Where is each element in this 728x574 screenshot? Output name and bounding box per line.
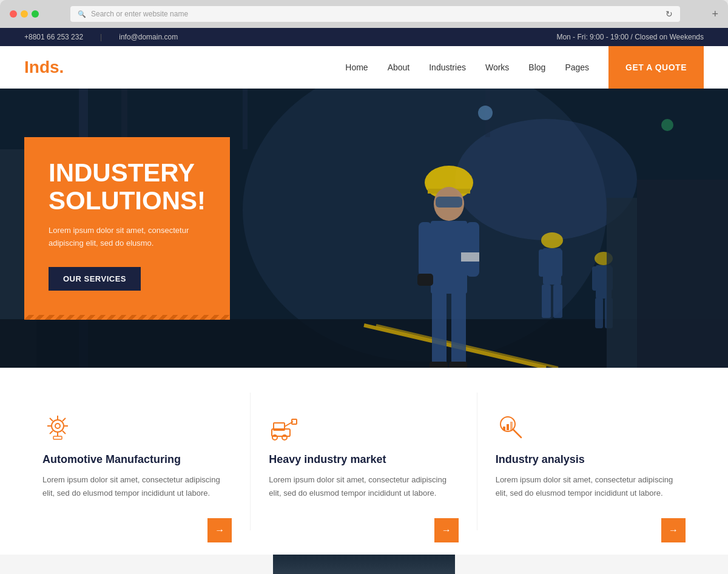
svg-line-64: [513, 430, 521, 437]
svg-line-51: [50, 418, 53, 421]
svg-rect-66: [507, 424, 509, 430]
window-controls: [10, 10, 39, 18]
svg-rect-55: [53, 436, 62, 439]
service-desc-industry-analysis: Lorem ipsum dolor sit amet, consectetur …: [496, 473, 686, 500]
nav-item-works[interactable]: Works: [485, 62, 509, 73]
nav-link-works[interactable]: Works: [485, 62, 509, 72]
svg-point-46: [55, 424, 60, 428]
svg-line-54: [50, 431, 53, 434]
nav-link-about[interactable]: About: [388, 62, 410, 72]
bottom-preview: [0, 555, 728, 574]
service-title-automotive: Automotive Manufacturing: [42, 453, 232, 466]
our-services-button[interactable]: Our Services: [49, 267, 141, 291]
top-bar: +8801 66 253 232 | info@domain.com Mon -…: [0, 28, 728, 46]
service-title-industry-analysis: Industry analysis: [496, 453, 686, 466]
service-arrow-automotive[interactable]: →: [207, 518, 232, 542]
service-arrow-industry-analysis[interactable]: →: [661, 518, 686, 542]
service-desc-heavy-industry: Lorem ipsum dolor sit amet, consectetur …: [269, 473, 458, 500]
business-hours: Mon - Fri: 9:00 - 19:00 / Closed on Week…: [556, 33, 704, 41]
hero-box: INDUSTERY SOLUTIONS! Lorem ipsum dolor s…: [24, 137, 230, 315]
address-bar-text: Search or enter website name: [91, 10, 188, 18]
svg-point-45: [52, 420, 64, 432]
nav-links: Home About Industries Works Blog Pages: [345, 62, 589, 73]
site-logo[interactable]: Inds.: [24, 58, 64, 77]
divider: |: [100, 33, 102, 41]
preview-image: [273, 555, 455, 574]
svg-line-52: [62, 431, 66, 434]
nav-link-blog[interactable]: Blog: [528, 62, 545, 72]
nav-item-home[interactable]: Home: [345, 62, 368, 73]
service-item-industry-analysis: Industry analysis Lorem ipsum dolor sit …: [477, 393, 704, 530]
maximize-window-button[interactable]: [32, 10, 39, 18]
hero-title: INDUSTERY SOLUTIONS!: [49, 159, 206, 215]
search-icon: 🔍: [78, 10, 86, 18]
address-bar[interactable]: 🔍 Search or enter website name ↻: [70, 6, 680, 22]
nav-item-pages[interactable]: Pages: [565, 62, 589, 73]
nav-link-industries[interactable]: Industries: [429, 62, 466, 72]
browser-window: 🔍 Search or enter website name ↻ + +8801…: [0, 0, 728, 574]
automotive-icon: [42, 411, 73, 441]
industry-analysis-icon: [496, 411, 526, 441]
services-section: Automotive Manufacturing Lorem ipsum dol…: [0, 368, 728, 555]
browser-titlebar: 🔍 Search or enter website name ↻ +: [0, 0, 728, 28]
nav-link-pages[interactable]: Pages: [565, 62, 589, 72]
service-arrow-heavy-industry[interactable]: →: [434, 518, 459, 542]
nav-link-home[interactable]: Home: [345, 62, 368, 72]
hero-section: INDUSTERY SOLUTIONS! Lorem ipsum dolor s…: [0, 89, 728, 368]
heavy-industry-icon: [269, 411, 299, 441]
email-address: info@domain.com: [119, 33, 178, 41]
service-item-automotive: Automotive Manufacturing Lorem ipsum dol…: [24, 393, 251, 530]
minimize-window-button[interactable]: [21, 10, 28, 18]
get-quote-button[interactable]: Get A QUOTE: [608, 46, 704, 89]
svg-rect-67: [510, 422, 513, 430]
nav-item-blog[interactable]: Blog: [528, 62, 545, 73]
service-title-heavy-industry: Heavy industry market: [269, 453, 458, 466]
main-navigation: Inds. Home About Industries Works Blog P…: [0, 46, 728, 89]
website-content: +8801 66 253 232 | info@domain.com Mon -…: [0, 28, 728, 574]
reload-icon[interactable]: ↻: [666, 9, 673, 19]
nav-item-industries[interactable]: Industries: [429, 62, 466, 73]
hero-content: INDUSTERY SOLUTIONS! Lorem ipsum dolor s…: [0, 89, 728, 363]
svg-rect-65: [503, 427, 505, 430]
service-desc-automotive: Lorem ipsum dolor sit amet, consectetur …: [42, 473, 232, 500]
nav-item-about[interactable]: About: [388, 62, 410, 73]
svg-line-53: [62, 418, 66, 421]
phone-number: +8801 66 253 232: [24, 33, 83, 41]
new-tab-button[interactable]: +: [712, 8, 718, 21]
hero-subtitle: Lorem ipsum dolor sit amet, consectetura…: [49, 225, 206, 250]
service-item-heavy-industry: Heavy industry market Lorem ipsum dolor …: [251, 393, 477, 530]
close-window-button[interactable]: [10, 10, 17, 18]
